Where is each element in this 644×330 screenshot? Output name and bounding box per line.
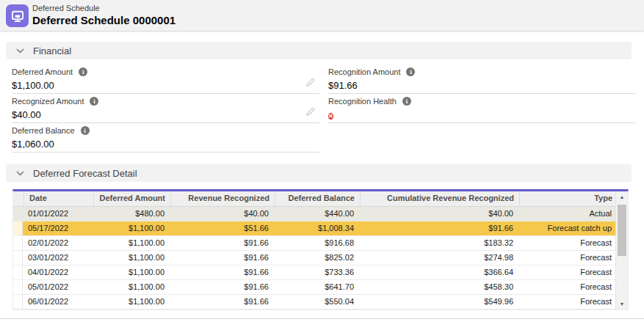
field-recognition-amount: Recognition Amounti$91.66 <box>328 65 636 94</box>
field-label: Recognized Amount <box>12 97 84 106</box>
cell: $1,100.00 <box>93 221 170 235</box>
section-header-deferred-forecast-detail[interactable]: Deferred Forecast Detail <box>6 164 632 182</box>
table-row: 01/01/2022$480.00$40.00$440.00$40.00Actu… <box>13 207 628 221</box>
info-icon[interactable]: i <box>402 97 411 106</box>
cell <box>13 236 23 250</box>
table-row: 04/01/2022$1,100.00$91.66$733.36$366.64F… <box>13 265 628 280</box>
cell: Forecast <box>518 280 617 294</box>
cell: $40.00 <box>170 207 274 221</box>
cell: Forecast <box>518 295 617 309</box>
cell: $1,008.34 <box>274 221 359 235</box>
info-icon[interactable]: i <box>90 97 98 106</box>
cell: 05/17/2022 <box>23 221 93 235</box>
field-label: Deferred Balance <box>12 126 75 135</box>
scrollbar-down-arrow-icon[interactable]: ▼ <box>616 301 628 307</box>
info-icon[interactable]: i <box>79 67 87 76</box>
header-titles: Deferred Schedule Deferred Schedule 0000… <box>32 4 176 26</box>
field-value: $40.00 <box>12 109 319 120</box>
column-header-deferred-balance: Deferred Balance <box>275 191 361 206</box>
table-body: 01/01/2022$480.00$40.00$440.00$40.00Actu… <box>13 207 628 309</box>
cell: Forecast <box>518 236 617 250</box>
cell: $366.64 <box>359 265 518 279</box>
cell <box>13 265 23 279</box>
record-title: Deferred Schedule 0000001 <box>32 14 176 26</box>
cell: $825.02 <box>274 251 359 265</box>
edit-pencil-icon[interactable] <box>305 106 316 120</box>
cell: Actual <box>518 207 617 221</box>
cell <box>13 295 23 309</box>
cell: $641.70 <box>274 280 359 294</box>
field-value: $1,060.00 <box>12 139 319 150</box>
cell <box>13 280 23 294</box>
page-header: Deferred Schedule Deferred Schedule 0000… <box>0 0 644 32</box>
cell: $51.66 <box>170 221 274 235</box>
column-header-type: Type <box>520 191 618 206</box>
cell: 05/01/2022 <box>23 280 93 294</box>
table-row: 03/01/2022$1,100.00$91.66$825.02$274.98F… <box>13 251 628 265</box>
chevron-down-icon <box>15 46 25 56</box>
cell <box>13 251 23 265</box>
cell <box>13 221 23 235</box>
cell: Forecast <box>518 251 617 265</box>
cell: $1,100.00 <box>93 236 170 250</box>
field-recognition-health: Recognition Healthi✕ <box>328 94 636 123</box>
column-header-blank <box>13 191 24 206</box>
table-row: 02/01/2022$1,100.00$91.66$916.68$183.32F… <box>13 236 628 251</box>
field-value: $1,100.00 <box>12 80 319 91</box>
field-label: Deferred Amount <box>12 67 73 76</box>
cell: $40.00 <box>359 207 518 221</box>
financial-fields-left-column: Deferred Amounti$1,100.00Recognized Amou… <box>12 65 319 153</box>
cell: $480.00 <box>93 207 170 221</box>
cell: $1,100.00 <box>93 295 170 309</box>
table-row: 05/17/2022$1,100.00$51.66$1,008.34$91.66… <box>13 221 628 236</box>
object-label: Deferred Schedule <box>32 4 176 12</box>
cell: $549.96 <box>359 295 518 309</box>
cell: $274.98 <box>359 251 518 265</box>
cell: 01/01/2022 <box>23 207 93 221</box>
field-deferred-balance: Deferred Balancei$1,060.00 <box>12 123 319 153</box>
cell: $458.30 <box>359 280 518 294</box>
info-icon[interactable]: i <box>406 67 415 76</box>
table-scrollbar[interactable]: ▲ ▼ <box>615 191 628 309</box>
cell: $440.00 <box>274 207 359 221</box>
chevron-down-icon <box>15 169 25 178</box>
scrollbar-thumb[interactable] <box>618 205 626 256</box>
section-header-financial[interactable]: Financial <box>6 42 632 59</box>
cell: $91.66 <box>170 236 274 250</box>
cell: $91.66 <box>359 221 518 235</box>
cell: $916.68 <box>274 236 359 250</box>
cell <box>13 207 23 221</box>
table-row: 06/01/2022$1,100.00$91.66$550.04$549.96F… <box>13 295 628 309</box>
scrollbar-up-arrow-icon[interactable]: ▲ <box>616 194 628 199</box>
edit-pencil-icon[interactable] <box>305 77 316 90</box>
section-title-deferred-forecast-detail: Deferred Forecast Detail <box>33 168 137 179</box>
cell: $1,100.00 <box>93 251 170 265</box>
field-recognized-amount: Recognized Amounti$40.00 <box>12 94 319 123</box>
cell: 02/01/2022 <box>23 236 93 250</box>
cell: 03/01/2022 <box>23 251 93 265</box>
column-header-deferred-amount: Deferred Amount <box>94 191 171 206</box>
deferred-schedule-object-icon <box>6 4 29 27</box>
cell: $91.66 <box>170 295 274 309</box>
info-icon[interactable]: i <box>81 126 90 135</box>
cell: $733.36 <box>274 265 359 279</box>
cell: $183.32 <box>359 236 518 250</box>
cell: 06/01/2022 <box>23 295 93 309</box>
column-header-cumulative-revenue-recognized: Cumulative Revenue Recognized <box>361 191 520 206</box>
section-title-financial: Financial <box>33 45 71 56</box>
field-value: ✕ <box>328 109 636 121</box>
error-icon: ✕ <box>328 113 333 120</box>
field-value: $91.66 <box>328 80 636 91</box>
cell: $91.66 <box>170 251 274 265</box>
cell: $1,100.00 <box>93 280 170 294</box>
cell: $1,100.00 <box>93 265 170 279</box>
bottom-divider <box>0 318 644 319</box>
forecast-detail-table: DateDeferred AmountRevenue RecognizedDef… <box>12 189 629 310</box>
column-header-date: Date <box>24 191 94 206</box>
cell: Forecast catch up <box>518 221 617 235</box>
cell: $91.66 <box>170 280 274 294</box>
financial-fields-right-column: Recognition Amounti$91.66Recognition Hea… <box>328 65 636 123</box>
cell: 04/01/2022 <box>23 265 93 279</box>
cell: $550.04 <box>274 295 359 309</box>
table-row: 05/01/2022$1,100.00$91.66$641.70$458.30F… <box>13 280 628 295</box>
